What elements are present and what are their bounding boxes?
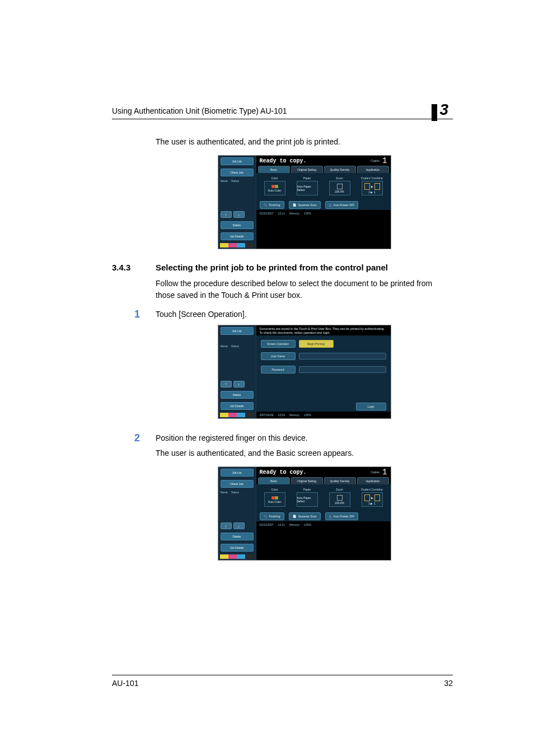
section-number: 3.4.3 (112, 263, 156, 272)
opt-zoom-label: Zoom (336, 488, 343, 491)
delete-button[interactable]: Delete (221, 533, 254, 540)
separate-scan-button[interactable]: 📄Separate Scan (289, 201, 321, 209)
opt-paper-button[interactable]: Auto Paper Select (297, 181, 318, 195)
opt-duplex-button[interactable]: ▶ 1 ▶ 1 (362, 492, 383, 507)
separate-scan-button[interactable]: 📄Separate Scan (289, 512, 321, 520)
check-job-button[interactable]: Check Job (221, 480, 254, 488)
job-details-button[interactable]: Job Details (221, 402, 254, 410)
running-header: Using Authentication Unit (Biometric Typ… (112, 106, 287, 115)
col-name: Name (221, 179, 228, 183)
step-1-text: Touch [Screen Operation]. (156, 309, 453, 320)
section-lead: Follow the procedure described below to … (156, 278, 453, 301)
copies-label: Copies: (371, 159, 380, 162)
tab-application[interactable]: Application (357, 166, 389, 173)
user-name-field[interactable] (299, 353, 386, 360)
opt-paper-label: Paper (303, 488, 311, 491)
delete-button[interactable]: Delete (221, 391, 254, 399)
col-status: Status (231, 179, 239, 183)
chapter-number: 3 (432, 101, 453, 119)
screen-operation-button[interactable]: Screen Operation (261, 340, 296, 348)
footer-memory-value: 100% (304, 212, 311, 215)
footer-memory-value: 100% (304, 413, 311, 417)
tab-original-setting[interactable]: Original Setting (291, 477, 323, 484)
up-arrow-button[interactable]: ↑ (221, 211, 232, 218)
footer-model: AU-101 (112, 679, 138, 688)
down-arrow-button[interactable]: ↓ (233, 211, 245, 218)
section-title: Selecting the print job to be printed fr… (156, 263, 453, 272)
finishing-button[interactable]: 📎Finishing (260, 201, 284, 209)
tab-quality-density[interactable]: Quality/ Density (324, 477, 356, 484)
up-arrow-button[interactable]: ↑ (221, 522, 232, 529)
job-list-button[interactable]: Job List (221, 157, 254, 165)
footer-time: 13:11 (278, 523, 285, 526)
col-name: Name (221, 491, 228, 494)
opt-zoom-button[interactable]: 100.0% (329, 492, 350, 507)
status-text: Ready to copy. (260, 469, 371, 475)
copier-panel-screenshot-2: Job List Check Job NameStatus ↑ ↓ Delete… (218, 466, 391, 561)
opt-zoom-button[interactable]: 100.0% (329, 181, 350, 195)
opt-paper-label: Paper (303, 176, 311, 180)
footer-memory-label: Memory (289, 523, 299, 526)
down-arrow-button[interactable]: ↓ (233, 381, 245, 388)
footer-date: 2007/02/06 (260, 413, 274, 417)
opt-zoom-label: Zoom (336, 176, 343, 180)
opt-color-button[interactable]: 🟥🟩Auto Color (264, 492, 285, 507)
job-list-button[interactable]: Job List (221, 469, 254, 477)
footer-memory-label: Memory (289, 413, 299, 417)
footer-memory-value: 100% (304, 523, 311, 526)
auth-message: Documents are stored in the Touch & Prin… (256, 325, 391, 335)
job-list-button[interactable]: Job List (221, 327, 254, 335)
footer-time: 13:53 (278, 413, 285, 417)
step-1-number: 1 (133, 309, 156, 320)
step-2-text: Position the registered finger on this d… (156, 432, 453, 444)
footer-time: 13:11 (278, 212, 285, 215)
step-2-number: 2 (133, 432, 156, 444)
step-2-subtext: The user is authenticated, and the Basic… (156, 447, 453, 459)
opt-duplex-label: Duplex/ Combine (361, 488, 382, 491)
copies-label: Copies: (371, 470, 380, 474)
opt-color-label: Color (271, 488, 278, 491)
tab-basic[interactable]: Basic (258, 166, 290, 173)
copies-value: 1 (382, 156, 387, 165)
opt-color-button[interactable]: 🟥🟩Auto Color (264, 181, 285, 195)
intro-paragraph: The user is authenticated, and the print… (156, 136, 453, 147)
delete-button[interactable]: Delete (221, 221, 254, 229)
down-arrow-button[interactable]: ↓ (233, 522, 245, 529)
finishing-button[interactable]: 📎Finishing (260, 512, 284, 520)
copier-panel-screenshot: Job List Check Job NameStatus ↑ ↓ Delete… (218, 155, 391, 249)
job-details-button[interactable]: Job Details (221, 232, 254, 240)
footer-memory-label: Memory (289, 212, 299, 215)
footer-page-number: 32 (444, 679, 453, 688)
up-arrow-button[interactable]: ↑ (221, 381, 232, 388)
tab-basic[interactable]: Basic (258, 477, 290, 484)
opt-paper-button[interactable]: Auto Paper Select (297, 492, 318, 507)
password-button[interactable]: Password (261, 366, 296, 374)
begin-printing-button[interactable]: Begin Printing (299, 340, 334, 348)
col-status: Status (231, 491, 239, 494)
col-status: Status (231, 344, 239, 348)
status-text: Ready to copy. (260, 158, 371, 164)
opt-duplex-label: Duplex/ Combine (361, 176, 382, 180)
auto-rotate-button[interactable]: ◻Auto Rotate OFF (325, 512, 359, 520)
login-button[interactable]: Login (356, 403, 386, 410)
copies-value: 1 (382, 468, 387, 477)
col-name: Name (221, 344, 228, 348)
tab-original-setting[interactable]: Original Setting (291, 166, 323, 173)
footer-date: 02/22/2007 (260, 212, 274, 215)
user-name-button[interactable]: User Name (261, 352, 296, 360)
opt-color-label: Color (271, 176, 278, 180)
password-field[interactable] (299, 366, 386, 373)
footer-date: 02/22/2007 (260, 523, 274, 526)
job-details-button[interactable]: Job Details (221, 544, 254, 552)
auth-panel-screenshot: Job List NameStatus ↑ ↓ Delete Job Detai… (218, 325, 391, 419)
check-job-button[interactable]: Check Job (221, 169, 254, 176)
tab-quality-density[interactable]: Quality/ Density (324, 166, 356, 173)
auto-rotate-button[interactable]: ◻Auto Rotate OFF (325, 201, 359, 209)
tab-application[interactable]: Application (357, 477, 389, 484)
opt-duplex-button[interactable]: ▶ 1 ▶ 1 (362, 181, 383, 195)
